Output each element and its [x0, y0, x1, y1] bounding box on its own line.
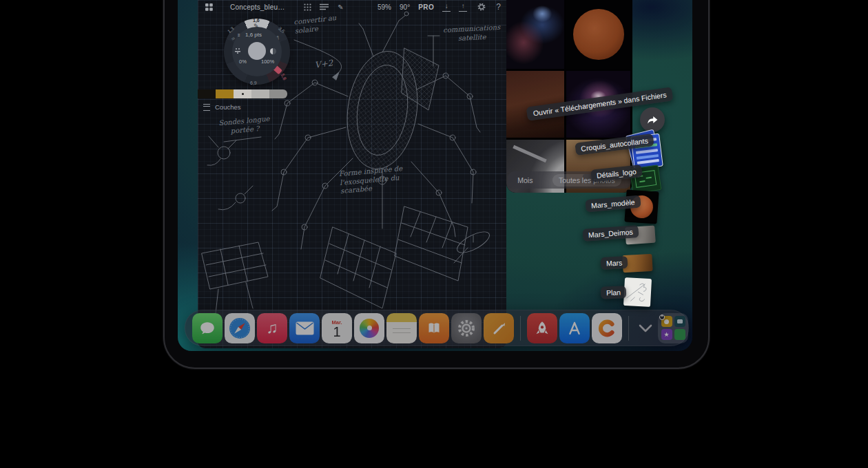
photos-flower-icon — [360, 319, 379, 338]
notes-app-icon[interactable] — [386, 313, 417, 343]
safari-app-icon[interactable] — [225, 313, 255, 343]
concepts-app-canvas[interactable]: Concepts_bleu… ✎ 59% 90° PRO ↓ ↑ ? — [198, 0, 506, 348]
camera-mini-icon — [674, 316, 685, 327]
dragged-plan-sketch[interactable] — [623, 277, 652, 307]
tool-wheel-knob[interactable] — [248, 42, 266, 60]
color-palette — [198, 89, 287, 98]
forward-arrow-icon — [645, 112, 660, 127]
rocket-app-icon[interactable] — [527, 313, 557, 343]
app-store-icon[interactable] — [559, 313, 590, 343]
envelope-icon — [296, 321, 314, 335]
screenshot-stage: Concepts_bleu… ✎ 59% 90° PRO ↓ ↑ ? — [0, 0, 868, 468]
pen-icon — [490, 319, 508, 337]
star-mini-icon: ★ — [661, 329, 672, 340]
layers-icon — [203, 104, 210, 111]
tool-size-bottom: 6,9 — [250, 81, 257, 85]
open-book-icon — [426, 320, 442, 337]
plan-sketch-lines — [623, 277, 652, 307]
drag-label-plan[interactable]: Plan — [601, 286, 627, 299]
music-note-icon: ♫ — [266, 319, 278, 337]
chat-bubble-icon — [198, 319, 216, 337]
annotation-satellite: communications satellite — [437, 23, 506, 43]
share-forward-button[interactable] — [640, 107, 665, 132]
compass-icon — [228, 317, 251, 340]
concepts-app-icon[interactable] — [592, 313, 622, 343]
layers-button[interactable]: Couches — [203, 103, 241, 111]
layers-label: Couches — [215, 103, 241, 111]
mail-app-icon[interactable] — [289, 313, 320, 343]
stroke-width-label: 1,6 pts — [245, 32, 262, 38]
swatch-white-selected[interactable] — [234, 89, 251, 98]
opacity-max: 100% — [261, 58, 274, 65]
drag-label-mars[interactable]: Mars — [601, 256, 628, 270]
dock-apps: ♫ Mar. 1 — [192, 313, 688, 343]
concepts-c-icon — [597, 318, 617, 339]
swatch-gold[interactable] — [216, 89, 234, 98]
app-library-icon[interactable]: ★ — [658, 313, 688, 343]
calendar-day: 1 — [333, 325, 340, 339]
swatch-black[interactable] — [198, 89, 216, 98]
chevron-down-icon — [639, 324, 652, 332]
appstore-a-icon — [565, 319, 584, 338]
clock-mini-icon — [674, 329, 685, 340]
opacity-min: 0% — [239, 58, 247, 65]
gear-icon — [456, 318, 477, 339]
active-tool-size: 1,6 — [253, 18, 260, 23]
stroke-lines-icon: ≡ — [238, 33, 240, 37]
photos-app-icon[interactable] — [354, 313, 384, 343]
airbrush-icon — [235, 48, 242, 54]
swatch-lightgray[interactable] — [251, 89, 269, 98]
settings-app-icon[interactable] — [451, 313, 482, 343]
ipad-screen: Concepts_bleu… ✎ 59% 90° PRO ↓ ↑ ? — [178, 0, 692, 351]
music-app-icon[interactable]: ♫ — [257, 313, 287, 343]
dock: ♫ Mar. 1 — [185, 310, 689, 346]
mars-globe — [573, 9, 624, 60]
rocket-icon — [533, 319, 551, 337]
selected-swatch-dot — [242, 93, 244, 95]
dock-divider-2 — [628, 316, 629, 341]
books-app-icon[interactable] — [419, 313, 449, 343]
photo-horsehead-nebula[interactable] — [506, 0, 564, 69]
eraser-size: 5,8 — [280, 73, 287, 81]
swatch-gray[interactable] — [269, 89, 287, 98]
photo-mars-globe[interactable] — [566, 0, 630, 69]
messages-app-icon[interactable] — [192, 313, 223, 343]
dock-collapse-chevron[interactable] — [635, 313, 656, 343]
dock-divider — [520, 316, 521, 341]
tab-months[interactable]: Mois — [517, 176, 533, 184]
calendar-app-icon[interactable]: Mar. 1 — [322, 313, 352, 343]
tool-wheel[interactable]: 1,6 ✎ 1,3 ≈ 3,5 ✎ 5,8 6,9 1,6 pts ≡ 0% 1… — [223, 17, 291, 86]
blend-mode-icon — [270, 48, 276, 54]
drawing-pen-app-icon[interactable] — [484, 313, 514, 343]
